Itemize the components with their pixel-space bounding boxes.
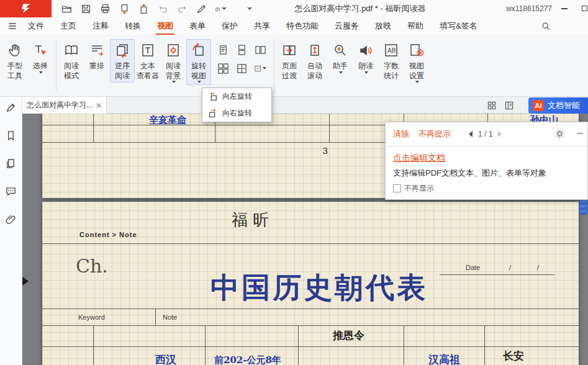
menubar: 文件 主页 注释 转换 视图 表单 保护 共享 特色功能 云服务 放映 帮助 填… xyxy=(0,17,588,35)
pages-icon[interactable] xyxy=(5,158,17,169)
auto-scroll-button[interactable]: 自动 滚动 xyxy=(302,39,327,83)
reflow-button[interactable]: 重排 xyxy=(84,39,109,73)
edit-pencil-icon[interactable] xyxy=(5,102,17,114)
tab-close-icon[interactable] xyxy=(96,102,102,109)
foxit-logo-icon[interactable] xyxy=(0,0,52,17)
page-layout-group xyxy=(212,39,271,74)
select-tool-button[interactable]: 选择 xyxy=(28,39,53,76)
doc-ai-button[interactable]: Ai 文档智能 xyxy=(528,97,588,114)
rotate-view-dropdown: 向左旋转 向右旋转 xyxy=(202,88,272,122)
page-transition-button[interactable]: 页面 过渡 xyxy=(277,39,302,83)
page-transition-label: 页面 过渡 xyxy=(282,61,297,81)
popup-clear-button[interactable]: 清除 xyxy=(393,128,409,140)
menu-hamburger-icon[interactable] xyxy=(7,21,17,31)
save-icon[interactable] xyxy=(80,3,92,15)
layout-more-icon[interactable] xyxy=(254,62,266,74)
titlebar: 怎么面对高中学习.pdf * - 福昕阅读器 wx118615277 xyxy=(0,0,588,17)
import-icon[interactable] xyxy=(138,3,150,15)
menu-view[interactable]: 视图 xyxy=(149,17,181,35)
bookmark-icon[interactable] xyxy=(5,130,17,142)
maximize-button[interactable] xyxy=(576,0,588,17)
reading-mode-button[interactable]: 阅读 模式 xyxy=(59,39,84,83)
menu-cloud[interactable]: 云服务 xyxy=(327,17,367,35)
single-page-icon[interactable] xyxy=(217,43,229,56)
reading-background-icon xyxy=(165,41,181,60)
reverse-reading-label: 逆序 阅读 xyxy=(115,61,130,81)
read-aloud-button[interactable]: 朗读 xyxy=(353,39,378,76)
assistant-button[interactable]: 助手 xyxy=(328,39,353,76)
window-title: 怎么面对高中学习.pdf * - 福昕阅读器 xyxy=(261,0,459,17)
menu-convert[interactable]: 转换 xyxy=(117,17,149,35)
text-viewer-icon xyxy=(140,41,156,60)
page-transition-icon xyxy=(281,41,297,60)
ribbon-separator xyxy=(56,39,57,91)
comment-icon[interactable] xyxy=(5,186,17,197)
word-count-button[interactable]: AB 字数 统计 xyxy=(379,39,404,83)
menu-form[interactable]: 表单 xyxy=(181,17,214,35)
menu-comment[interactable]: 注释 xyxy=(84,17,117,35)
reading-background-button[interactable]: 阅读 背景 xyxy=(161,39,186,85)
menu-share[interactable]: 共享 xyxy=(246,17,278,35)
ai-badge-icon: Ai xyxy=(533,100,544,111)
redo-icon[interactable] xyxy=(176,3,188,15)
read-aloud-icon xyxy=(358,41,374,60)
read-aloud-label: 朗读 xyxy=(358,61,373,71)
menu-home[interactable]: 主页 xyxy=(52,17,84,35)
document-tab[interactable]: 怎么面对高中学习... xyxy=(22,97,107,114)
rotate-right-menu-item[interactable]: 向右旋转 xyxy=(202,105,271,122)
open-icon[interactable] xyxy=(61,3,73,15)
minimize-button[interactable] xyxy=(556,0,573,17)
assistant-icon xyxy=(332,41,348,60)
menu-protect[interactable]: 保护 xyxy=(214,17,246,35)
menu-help[interactable]: 帮助 xyxy=(399,17,432,35)
text-viewer-label: 文本 查看器 xyxy=(137,61,159,81)
ribbon-separator xyxy=(274,39,274,91)
menu-file[interactable]: 文件 xyxy=(20,17,52,35)
popup-minimize-icon[interactable] xyxy=(575,128,585,138)
continuous-facing-icon[interactable] xyxy=(217,62,229,74)
undo-icon[interactable] xyxy=(157,3,169,15)
menu-present[interactable]: 放映 xyxy=(367,17,399,35)
rotate-view-button[interactable]: 旋转 视图 xyxy=(186,39,211,85)
view-settings-button[interactable]: 视图 设置 xyxy=(404,39,429,85)
customize-toolbar-chevron[interactable] xyxy=(247,7,252,10)
print-icon[interactable] xyxy=(99,3,111,15)
account-name[interactable]: wx118615277 xyxy=(506,0,552,17)
split-view-icon[interactable] xyxy=(235,62,248,74)
hand-tool-button[interactable]: 手型 工具 xyxy=(2,39,27,83)
dont-show-checkbox[interactable] xyxy=(393,184,401,192)
chevron-down-icon xyxy=(364,71,368,74)
popup-next-arrow-icon[interactable] xyxy=(498,131,502,137)
sidebar-expand-arrow[interactable] xyxy=(22,277,29,286)
menu-fill-sign[interactable]: 填写&签名 xyxy=(432,17,486,35)
doc-ai-label: 文档智能 xyxy=(548,100,580,111)
page1-page-number: 3 xyxy=(323,146,328,156)
popup-dont-show-row[interactable]: 不再显示 xyxy=(393,183,434,194)
search-icon[interactable] xyxy=(541,21,551,31)
popup-gear-icon[interactable] xyxy=(554,128,565,139)
nav-panel-icon[interactable] xyxy=(504,100,515,111)
cell-capital: 长安 xyxy=(503,349,524,363)
svg-text:AB: AB xyxy=(387,47,396,54)
rotate-left-menu-item[interactable]: 向左旋转 xyxy=(202,88,271,105)
reverse-reading-button[interactable]: 逆序 阅读 xyxy=(110,39,135,83)
sign-icon[interactable] xyxy=(196,3,207,15)
rotate-view-label: 旋转 视图 xyxy=(191,61,206,81)
menu-features[interactable]: 特色功能 xyxy=(278,17,327,35)
cell-period: 前202-公元8年 xyxy=(214,354,281,365)
popup-edit-document-link[interactable]: 点击编辑文档 xyxy=(393,153,445,164)
reverse-reading-icon xyxy=(114,41,130,60)
popup-prev-arrow-icon[interactable] xyxy=(469,131,473,137)
rotate-left-icon xyxy=(208,92,218,102)
text-viewer-button[interactable]: 文本 查看器 xyxy=(135,39,160,83)
popup-no-remind-button[interactable]: 不再提示 xyxy=(418,128,451,140)
attachment-icon[interactable] xyxy=(5,214,17,225)
hand-tool-label: 手型 工具 xyxy=(7,61,22,81)
export-icon[interactable] xyxy=(119,3,130,15)
facing-page-icon[interactable] xyxy=(254,43,266,56)
chevron-down-icon xyxy=(339,71,343,74)
rotate-right-icon xyxy=(208,109,218,119)
share-icon[interactable] xyxy=(215,3,227,15)
continuous-page-icon[interactable] xyxy=(235,43,248,56)
thumbnail-grid-icon[interactable] xyxy=(486,100,497,111)
